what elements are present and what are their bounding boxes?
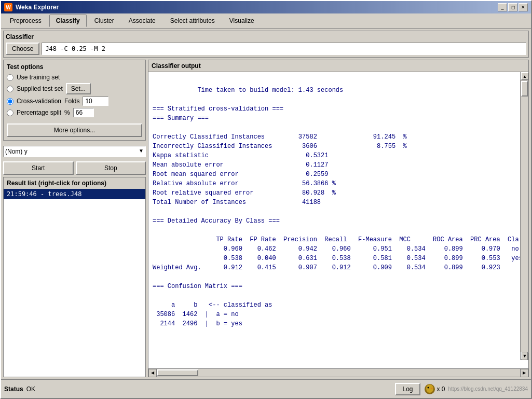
- radio-cross-validation: Cross-validation Folds: [7, 97, 142, 106]
- main-content: Classifier Choose J48 -C 0.25 -M 2 Test …: [1, 29, 531, 379]
- output-area: Time taken to build model: 1.43 seconds …: [148, 72, 528, 368]
- nom-select[interactable]: (Nom) y: [3, 146, 146, 157]
- tab-preprocess[interactable]: Preprocess: [3, 15, 48, 27]
- more-options-button[interactable]: More options...: [7, 123, 142, 137]
- result-list-section: Result list (right-click for options) 21…: [3, 177, 146, 377]
- scroll-down-button[interactable]: ▼: [521, 352, 528, 360]
- weka-bird-icon: [424, 383, 436, 395]
- radio-cross-validation-input[interactable]: [7, 98, 13, 105]
- classifier-row: Choose J48 -C 0.25 -M 2: [6, 43, 526, 55]
- x-count: x 0: [424, 383, 445, 395]
- watermark: https://blog.csdn.net/qq_41122834: [448, 386, 528, 392]
- restore-button[interactable]: ◻: [508, 3, 517, 11]
- minimize-button[interactable]: _: [498, 3, 507, 11]
- scrollbar-h-track: [157, 369, 520, 377]
- scrollbar-track: [521, 81, 528, 352]
- scroll-right-button[interactable]: ▶: [520, 369, 528, 377]
- scroll-left-button[interactable]: ◀: [148, 369, 157, 377]
- radio-use-training-input[interactable]: [7, 74, 13, 81]
- result-list[interactable]: 21:59:46 - trees.J48: [4, 189, 145, 377]
- radio-supplied-test: Supplied test set Set...: [7, 83, 142, 94]
- classifier-display: J48 -C 0.25 -M 2: [42, 43, 526, 55]
- close-button[interactable]: ✕: [519, 3, 528, 11]
- left-panel: Test options Use training set Supplied t…: [3, 60, 146, 377]
- radio-supplied-test-input[interactable]: [7, 86, 13, 92]
- folds-input[interactable]: [83, 97, 108, 106]
- svg-point-1: [426, 384, 433, 393]
- scrollbar-h-thumb[interactable]: [157, 369, 198, 376]
- main-area: Test options Use training set Supplied t…: [3, 60, 529, 377]
- main-window: W Weka Explorer _ ◻ ✕ Preprocess Classif…: [0, 0, 532, 399]
- status-value: OK: [26, 386, 392, 393]
- tab-cluster[interactable]: Cluster: [88, 15, 121, 27]
- window-controls: _ ◻ ✕: [498, 3, 528, 11]
- start-stop-row: Start Stop: [3, 161, 146, 175]
- radio-percentage-split: Percentage split %: [7, 108, 142, 117]
- classifier-output-panel: Classifier output Time taken to build mo…: [148, 60, 529, 377]
- scrollbar-horizontal[interactable]: ◀ ▶: [148, 368, 528, 377]
- radio-percentage-split-input[interactable]: [7, 109, 13, 116]
- tab-select-attributes[interactable]: Select attributes: [163, 15, 222, 27]
- nom-select-wrapper: (Nom) y: [3, 144, 146, 157]
- stop-button[interactable]: Stop: [76, 161, 146, 175]
- tab-bar: Preprocess Classify Cluster Associate Se…: [1, 13, 531, 29]
- tab-visualize[interactable]: Visualize: [223, 15, 261, 27]
- output-title: Classifier output: [148, 60, 528, 72]
- set-button[interactable]: Set...: [66, 83, 91, 94]
- result-item[interactable]: 21:59:46 - trees.J48: [4, 189, 145, 199]
- choose-button[interactable]: Choose: [6, 43, 39, 55]
- status-bar: Status OK Log x 0 https://blog.csdn.net/…: [1, 379, 531, 398]
- nom-dropdown-container: (Nom) y: [3, 144, 146, 157]
- scrollbar-thumb[interactable]: [521, 81, 528, 97]
- window-title: Weka Explorer: [16, 4, 59, 11]
- tab-associate[interactable]: Associate: [122, 15, 162, 27]
- title-bar: W Weka Explorer _ ◻ ✕: [1, 1, 531, 13]
- svg-point-2: [427, 387, 429, 388]
- tab-classify[interactable]: Classify: [49, 15, 87, 27]
- test-options-title: Test options: [7, 63, 142, 71]
- classifier-section: Classifier Choose J48 -C 0.25 -M 2: [3, 31, 529, 58]
- radio-use-training: Use training set: [7, 74, 142, 81]
- start-button[interactable]: Start: [3, 161, 74, 175]
- output-text: Time taken to build model: 1.43 seconds …: [153, 87, 523, 327]
- scrollbar-vertical[interactable]: ▲ ▼: [520, 72, 528, 360]
- title-bar-left: W Weka Explorer: [4, 3, 59, 11]
- classifier-title: Classifier: [6, 33, 526, 40]
- log-button[interactable]: Log: [395, 383, 420, 395]
- scroll-up-button[interactable]: ▲: [521, 72, 528, 80]
- split-input[interactable]: [73, 108, 94, 117]
- app-icon: W: [4, 3, 12, 11]
- test-options-panel: Test options Use training set Supplied t…: [3, 60, 146, 141]
- result-list-title: Result list (right-click for options): [4, 177, 145, 189]
- radio-group: Use training set Supplied test set Set..…: [7, 74, 142, 117]
- status-label: Status: [4, 386, 23, 393]
